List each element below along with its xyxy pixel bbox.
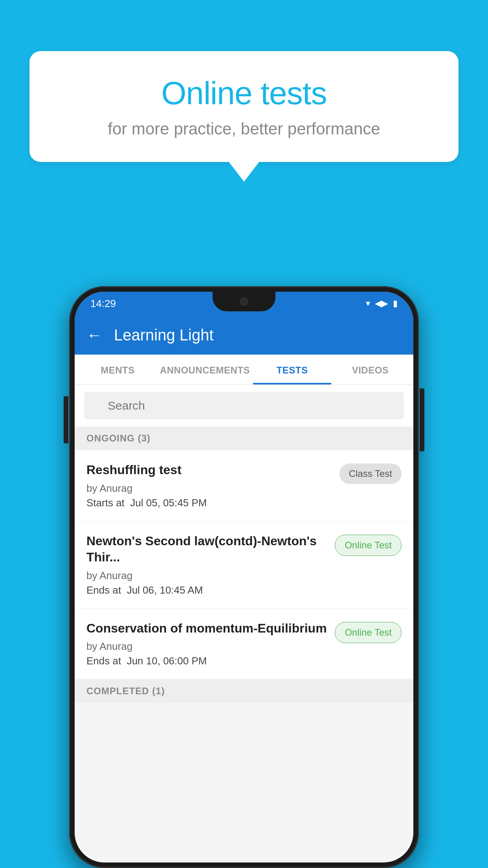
badge-class-test: Class Test xyxy=(339,463,402,484)
speech-bubble: Online tests for more practice, better p… xyxy=(29,51,459,162)
battery-icon: ▮ xyxy=(393,298,398,309)
badge-online-test: Online Test xyxy=(335,535,402,556)
tab-tests[interactable]: TESTS xyxy=(253,355,331,384)
phone-notch xyxy=(213,292,275,311)
tabs-bar: MENTS ANNOUNCEMENTS TESTS VIDEOS xyxy=(75,355,413,385)
test-item[interactable]: Reshuffling test by Anurag Starts at Jul… xyxy=(75,450,413,521)
ongoing-section-header: ONGOING (3) xyxy=(75,427,413,450)
test-info: Reshuffling test by Anurag Starts at Jul… xyxy=(86,462,332,509)
test-info: Newton's Second law(contd)-Newton's Thir… xyxy=(86,533,327,596)
tab-announcements[interactable]: ANNOUNCEMENTS xyxy=(157,355,253,384)
test-by: by Anurag xyxy=(86,482,332,495)
tab-videos[interactable]: VIDEOS xyxy=(331,355,409,384)
completed-section-header: COMPLETED (1) xyxy=(75,679,413,703)
phone-frame: 14:29 ▾ ◀▶ ▮ ← Learning Light MENTS ANNO… xyxy=(69,286,419,868)
test-date: Starts at Jul 05, 05:45 PM xyxy=(86,497,332,509)
test-date: Ends at Jun 10, 06:00 PM xyxy=(86,655,327,667)
test-by: by Anurag xyxy=(86,640,327,653)
test-title: Reshuffling test xyxy=(86,462,332,478)
search-wrapper: 🔍 xyxy=(84,392,404,419)
back-button[interactable]: ← xyxy=(86,326,102,344)
camera xyxy=(240,297,248,306)
tab-ments[interactable]: MENTS xyxy=(79,355,157,384)
promo-banner: Online tests for more practice, better p… xyxy=(29,51,459,162)
test-item[interactable]: Newton's Second law(contd)-Newton's Thir… xyxy=(75,521,413,609)
test-by: by Anurag xyxy=(86,570,327,582)
test-info: Conservation of momentum-Equilibrium by … xyxy=(86,620,327,668)
status-time: 14:29 xyxy=(90,298,116,310)
phone-screen: 14:29 ▾ ◀▶ ▮ ← Learning Light MENTS ANNO… xyxy=(75,292,413,862)
test-list: Reshuffling test by Anurag Starts at Jul… xyxy=(75,450,413,679)
search-input[interactable] xyxy=(84,392,404,419)
search-container: 🔍 xyxy=(75,385,413,427)
app-title: Learning Light xyxy=(114,326,214,344)
signal-icon: ◀▶ xyxy=(375,298,388,309)
app-bar: ← Learning Light xyxy=(75,315,413,355)
wifi-icon: ▾ xyxy=(366,298,370,309)
test-item[interactable]: Conservation of momentum-Equilibrium by … xyxy=(75,609,413,680)
phone-outer: 14:29 ▾ ◀▶ ▮ ← Learning Light MENTS ANNO… xyxy=(69,286,419,868)
test-title: Conservation of momentum-Equilibrium xyxy=(86,620,327,637)
test-title: Newton's Second law(contd)-Newton's Thir… xyxy=(86,533,327,566)
badge-online-test: Online Test xyxy=(335,622,402,643)
test-date: Ends at Jul 06, 10:45 AM xyxy=(86,584,327,596)
bubble-title: Online tests xyxy=(61,75,427,112)
bubble-subtitle: for more practice, better performance xyxy=(61,120,427,138)
status-icons: ▾ ◀▶ ▮ xyxy=(366,298,398,309)
